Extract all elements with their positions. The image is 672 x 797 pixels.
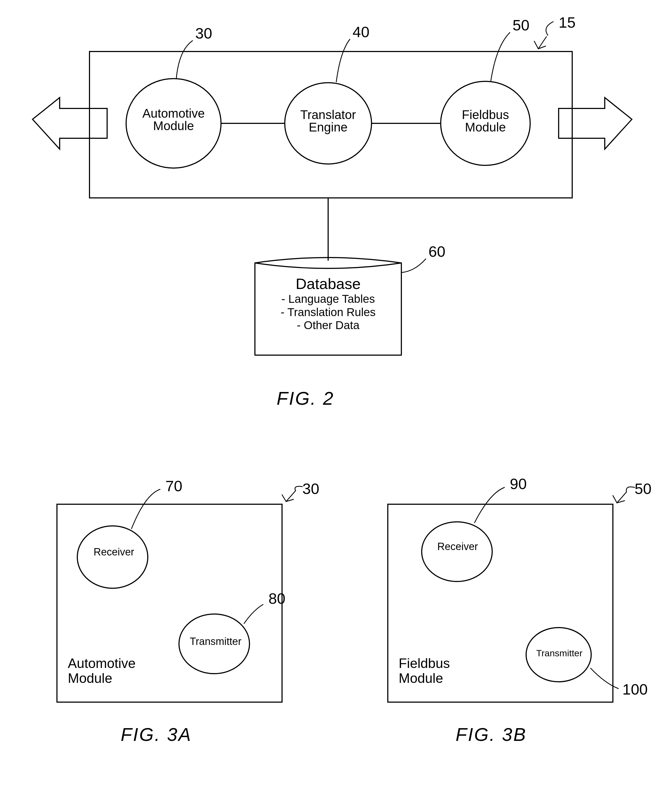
fig3a-receiver-text: Receiver xyxy=(94,546,134,557)
fieldbus-line2: Module xyxy=(465,120,506,134)
fig3a-title1: Automotive xyxy=(68,656,136,671)
fig2-svg xyxy=(0,0,672,466)
ref-30b: 30 xyxy=(302,480,319,497)
fig3b-title1: Fieldbus xyxy=(398,656,450,671)
fig3b-receiver-node: Receiver xyxy=(434,541,482,553)
fig3a-transmitter-text: Transmitter xyxy=(190,636,242,647)
ref-100: 100 xyxy=(622,680,648,698)
fig3a-box-title: Automotive Module xyxy=(68,656,136,686)
translator-line1: Translator xyxy=(300,108,356,122)
database-title: Database xyxy=(296,275,361,292)
translator-line2: Engine xyxy=(309,120,347,134)
fig3a-transmitter-node: Transmitter xyxy=(186,636,245,647)
ref-90: 90 xyxy=(510,475,526,493)
fig3b-box-title: Fieldbus Module xyxy=(398,656,450,686)
fig3b-svg xyxy=(369,477,645,748)
fig3b-label: FIG. 3B xyxy=(456,724,526,745)
fig3a-svg xyxy=(38,477,309,748)
database-item3: - Other Data xyxy=(297,319,359,332)
fig3b-title2: Module xyxy=(398,671,443,686)
ref-70: 70 xyxy=(165,477,182,495)
database-item1: - Language Tables xyxy=(282,292,375,305)
fig3b-transmitter-text: Transmitter xyxy=(536,648,582,658)
ref-60: 60 xyxy=(429,243,445,260)
fig3a-label: FIG. 3A xyxy=(121,724,192,745)
database-item2: - Translation Rules xyxy=(281,306,376,318)
database-node: Database - Language Tables - Translation… xyxy=(260,275,396,332)
fig3a-title2: Module xyxy=(68,671,112,686)
translator-engine-node: Translator Engine xyxy=(297,109,359,133)
ref-15: 15 xyxy=(558,14,576,31)
fig2-label: FIG. 2 xyxy=(277,388,334,409)
page: Automotive Module Translator Engine Fiel… xyxy=(0,0,672,797)
fig3a-receiver-node: Receiver xyxy=(91,546,137,558)
automotive-line1: Automotive xyxy=(142,106,205,120)
automotive-module-node: Automotive Module xyxy=(141,107,206,132)
fieldbus-module-node: Fieldbus Module xyxy=(456,109,515,133)
ref-40: 40 xyxy=(352,23,370,41)
fieldbus-line1: Fieldbus xyxy=(462,108,509,122)
ref-50b: 50 xyxy=(635,480,651,497)
ref-80: 80 xyxy=(269,589,285,607)
ref-30: 30 xyxy=(195,24,212,42)
fig3b-transmitter-node: Transmitter xyxy=(531,648,587,658)
automotive-line2: Module xyxy=(153,119,194,133)
fig3b-receiver-text: Receiver xyxy=(437,541,478,552)
ref-50: 50 xyxy=(512,16,530,34)
